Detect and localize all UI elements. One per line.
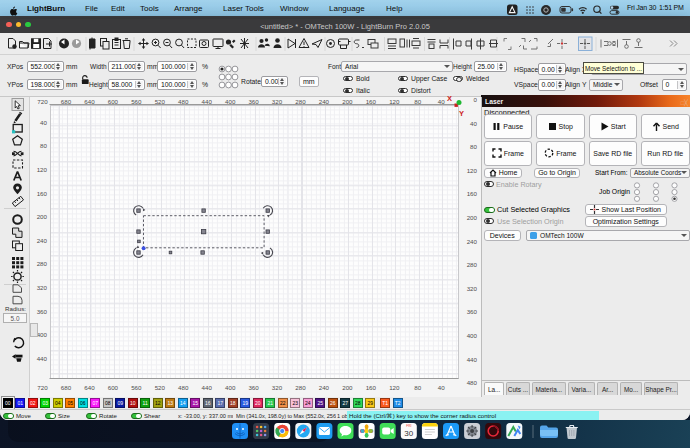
svg-text:X: X — [447, 95, 452, 103]
svg-text:Y: Y — [459, 109, 464, 118]
svg-text:Radius:: Radius: — [5, 305, 26, 312]
svg-text:30: 30 — [404, 429, 413, 438]
svg-text:5.0: 5.0 — [11, 315, 20, 322]
svg-text:FRI: FRI — [406, 424, 411, 428]
